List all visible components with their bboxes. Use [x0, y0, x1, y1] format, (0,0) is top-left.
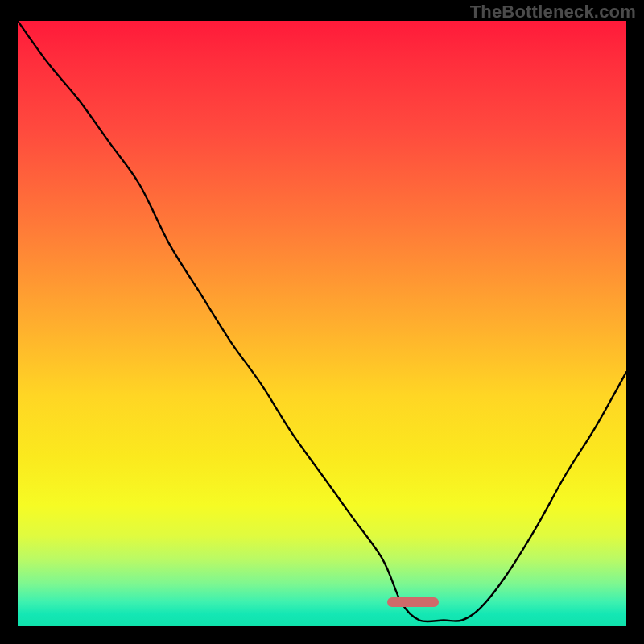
- plot-area: [18, 21, 626, 626]
- optimal-range-marker: [387, 597, 439, 607]
- bottleneck-curve: [18, 21, 626, 626]
- watermark-text: TheBottleneck.com: [470, 2, 636, 23]
- chart-frame: TheBottleneck.com: [0, 0, 644, 644]
